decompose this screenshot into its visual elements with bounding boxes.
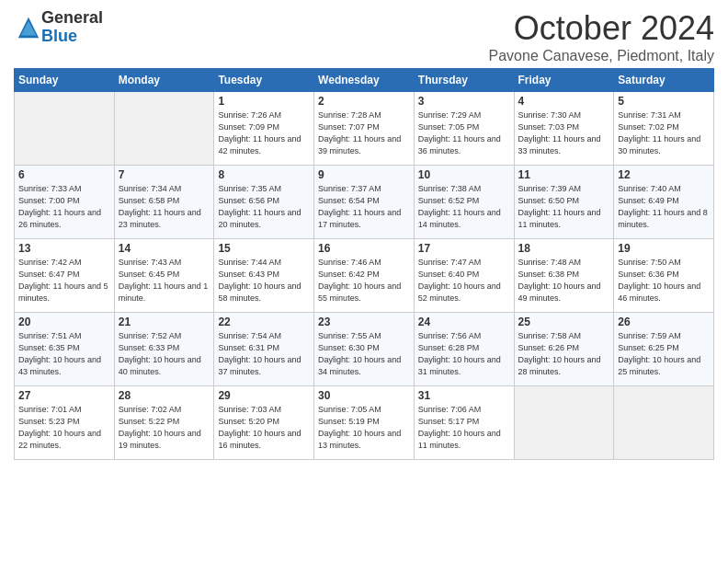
day-info: Sunrise: 7:48 AM Sunset: 6:38 PM Dayligh… (518, 257, 610, 304)
day-info: Sunrise: 7:58 AM Sunset: 6:26 PM Dayligh… (518, 330, 610, 378)
calendar-cell: 28 Sunrise: 7:02 AM Sunset: 5:22 PM Dayl… (114, 386, 214, 460)
day-info: Sunrise: 7:02 AM Sunset: 5:22 PM Dayligh… (119, 404, 210, 452)
day-info: Sunrise: 7:01 AM Sunset: 5:23 PM Dayligh… (18, 404, 110, 452)
day-info: Sunrise: 7:30 AM Sunset: 7:03 PM Dayligh… (518, 109, 610, 157)
day-number: 13 (18, 242, 110, 255)
day-number: 10 (418, 168, 510, 181)
calendar-cell: 20 Sunrise: 7:51 AM Sunset: 6:35 PM Dayl… (15, 313, 115, 386)
weekday-header: Sunday (15, 69, 115, 92)
day-info: Sunrise: 7:50 AM Sunset: 6:36 PM Dayligh… (618, 257, 710, 304)
day-info: Sunrise: 7:40 AM Sunset: 6:49 PM Dayligh… (618, 183, 710, 231)
calendar-cell: 4 Sunrise: 7:30 AM Sunset: 7:03 PM Dayli… (514, 92, 614, 166)
calendar-cell: 14 Sunrise: 7:43 AM Sunset: 6:45 PM Dayl… (114, 239, 214, 313)
day-number: 11 (518, 168, 610, 181)
calendar-week-row: 27 Sunrise: 7:01 AM Sunset: 5:23 PM Dayl… (15, 386, 714, 460)
day-number: 29 (218, 389, 310, 402)
weekday-header: Tuesday (214, 69, 314, 92)
calendar-week-row: 20 Sunrise: 7:51 AM Sunset: 6:35 PM Dayl… (15, 313, 714, 386)
location-title: Pavone Canavese, Piedmont, Italy (489, 48, 714, 64)
day-number: 15 (218, 242, 310, 255)
day-info: Sunrise: 7:44 AM Sunset: 6:43 PM Dayligh… (218, 257, 310, 304)
calendar-cell: 15 Sunrise: 7:44 AM Sunset: 6:43 PM Dayl… (214, 239, 314, 313)
weekday-header: Monday (114, 69, 214, 92)
logo-icon (16, 15, 41, 40)
calendar-cell: 8 Sunrise: 7:35 AM Sunset: 6:56 PM Dayli… (214, 166, 314, 239)
day-info: Sunrise: 7:37 AM Sunset: 6:54 PM Dayligh… (318, 183, 410, 231)
calendar-cell (15, 92, 115, 166)
day-number: 18 (518, 242, 610, 255)
day-info: Sunrise: 7:26 AM Sunset: 7:09 PM Dayligh… (218, 109, 310, 157)
day-number: 4 (518, 95, 610, 108)
calendar-cell: 27 Sunrise: 7:01 AM Sunset: 5:23 PM Dayl… (15, 386, 115, 460)
day-number: 28 (119, 389, 210, 402)
day-info: Sunrise: 7:35 AM Sunset: 6:56 PM Dayligh… (218, 183, 310, 231)
calendar-cell: 7 Sunrise: 7:34 AM Sunset: 6:58 PM Dayli… (114, 166, 214, 239)
calendar-cell: 29 Sunrise: 7:03 AM Sunset: 5:20 PM Dayl… (214, 386, 314, 460)
logo: General Blue (14, 9, 103, 46)
calendar-cell (114, 92, 214, 166)
calendar-cell (514, 386, 614, 460)
weekday-header: Thursday (414, 69, 514, 92)
day-number: 25 (518, 316, 610, 328)
day-info: Sunrise: 7:31 AM Sunset: 7:02 PM Dayligh… (618, 109, 710, 157)
calendar-cell: 21 Sunrise: 7:52 AM Sunset: 6:33 PM Dayl… (114, 313, 214, 386)
day-number: 20 (18, 316, 110, 328)
day-number: 2 (318, 95, 410, 108)
calendar-header-row: SundayMondayTuesdayWednesdayThursdayFrid… (15, 69, 714, 92)
day-info: Sunrise: 7:28 AM Sunset: 7:07 PM Dayligh… (318, 109, 410, 157)
calendar-cell: 22 Sunrise: 7:54 AM Sunset: 6:31 PM Dayl… (214, 313, 314, 386)
day-info: Sunrise: 7:38 AM Sunset: 6:52 PM Dayligh… (418, 183, 510, 231)
day-info: Sunrise: 7:34 AM Sunset: 6:58 PM Dayligh… (119, 183, 210, 231)
day-number: 21 (119, 316, 210, 328)
day-info: Sunrise: 7:06 AM Sunset: 5:17 PM Dayligh… (418, 404, 510, 452)
day-info: Sunrise: 7:52 AM Sunset: 6:33 PM Dayligh… (119, 330, 210, 378)
calendar-cell (614, 386, 714, 460)
calendar-table: SundayMondayTuesdayWednesdayThursdayFrid… (14, 68, 714, 460)
day-number: 7 (119, 168, 210, 181)
day-info: Sunrise: 7:39 AM Sunset: 6:50 PM Dayligh… (518, 183, 610, 231)
calendar-cell: 1 Sunrise: 7:26 AM Sunset: 7:09 PM Dayli… (214, 92, 314, 166)
calendar-cell: 12 Sunrise: 7:40 AM Sunset: 6:49 PM Dayl… (614, 166, 714, 239)
page-header: General Blue October 2024 Pavone Canaves… (14, 9, 714, 64)
day-info: Sunrise: 7:03 AM Sunset: 5:20 PM Dayligh… (218, 404, 310, 452)
calendar-cell: 6 Sunrise: 7:33 AM Sunset: 7:00 PM Dayli… (15, 166, 115, 239)
calendar-cell: 9 Sunrise: 7:37 AM Sunset: 6:54 PM Dayli… (314, 166, 415, 239)
calendar-week-row: 1 Sunrise: 7:26 AM Sunset: 7:09 PM Dayli… (15, 92, 714, 166)
day-number: 23 (318, 316, 410, 328)
day-info: Sunrise: 7:47 AM Sunset: 6:40 PM Dayligh… (418, 257, 510, 304)
day-info: Sunrise: 7:43 AM Sunset: 6:45 PM Dayligh… (119, 257, 210, 304)
day-number: 16 (318, 242, 410, 255)
calendar-cell: 10 Sunrise: 7:38 AM Sunset: 6:52 PM Dayl… (414, 166, 514, 239)
day-number: 3 (418, 95, 510, 108)
day-info: Sunrise: 7:33 AM Sunset: 7:00 PM Dayligh… (18, 183, 110, 231)
month-title: October 2024 (489, 9, 714, 48)
weekday-header: Friday (514, 69, 614, 92)
day-info: Sunrise: 7:42 AM Sunset: 6:47 PM Dayligh… (18, 257, 110, 304)
day-number: 27 (18, 389, 110, 402)
calendar-cell: 11 Sunrise: 7:39 AM Sunset: 6:50 PM Dayl… (514, 166, 614, 239)
calendar-cell: 13 Sunrise: 7:42 AM Sunset: 6:47 PM Dayl… (15, 239, 115, 313)
day-number: 17 (418, 242, 510, 255)
title-area: October 2024 Pavone Canavese, Piedmont, … (489, 9, 714, 64)
calendar-cell: 2 Sunrise: 7:28 AM Sunset: 7:07 PM Dayli… (314, 92, 415, 166)
day-info: Sunrise: 7:54 AM Sunset: 6:31 PM Dayligh… (218, 330, 310, 378)
calendar-cell: 31 Sunrise: 7:06 AM Sunset: 5:17 PM Dayl… (414, 386, 514, 460)
day-number: 12 (618, 168, 710, 181)
calendar-cell: 17 Sunrise: 7:47 AM Sunset: 6:40 PM Dayl… (414, 239, 514, 313)
calendar-cell: 25 Sunrise: 7:58 AM Sunset: 6:26 PM Dayl… (514, 313, 614, 386)
logo-blue-text: Blue (41, 27, 77, 45)
day-number: 26 (618, 316, 710, 328)
calendar-cell: 23 Sunrise: 7:55 AM Sunset: 6:30 PM Dayl… (314, 313, 415, 386)
day-info: Sunrise: 7:29 AM Sunset: 7:05 PM Dayligh… (418, 109, 510, 157)
calendar-cell: 26 Sunrise: 7:59 AM Sunset: 6:25 PM Dayl… (614, 313, 714, 386)
day-number: 30 (318, 389, 410, 402)
calendar-cell: 5 Sunrise: 7:31 AM Sunset: 7:02 PM Dayli… (614, 92, 714, 166)
calendar-cell: 16 Sunrise: 7:46 AM Sunset: 6:42 PM Dayl… (314, 239, 415, 313)
day-info: Sunrise: 7:59 AM Sunset: 6:25 PM Dayligh… (618, 330, 710, 378)
day-number: 1 (218, 95, 310, 108)
day-number: 9 (318, 168, 410, 181)
day-number: 14 (119, 242, 210, 255)
calendar-week-row: 13 Sunrise: 7:42 AM Sunset: 6:47 PM Dayl… (15, 239, 714, 313)
calendar-cell: 3 Sunrise: 7:29 AM Sunset: 7:05 PM Dayli… (414, 92, 514, 166)
day-info: Sunrise: 7:05 AM Sunset: 5:19 PM Dayligh… (318, 404, 410, 452)
